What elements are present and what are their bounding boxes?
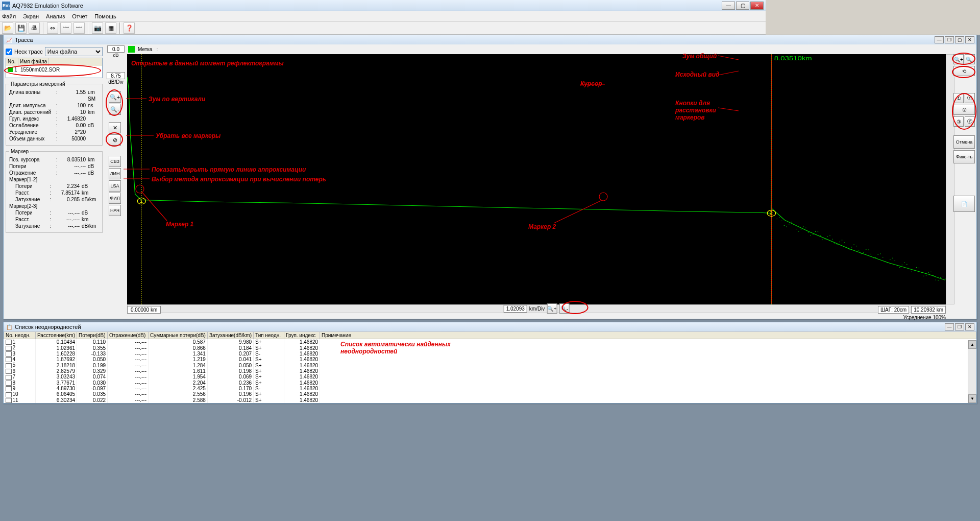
eh-dist[interactable]: Расстояние(km) — [36, 332, 77, 339]
event-row[interactable]: 94.89730-0.097---.---2.4250.170S-1.46820 — [4, 386, 766, 391]
event-row[interactable]: 116.302340.022---.---2.588-0.012S+1.4682… — [4, 397, 766, 403]
trace-panel: 📈 Трасса — ❐ ▢ ✕ Неск трасс Имя файла No… — [3, 35, 766, 319]
m23-att-v: ---.--- — [54, 223, 80, 229]
marker-mode-button[interactable]: ✕ — [109, 122, 121, 133]
marker-group: Маркер Поз. курсора:8.03510km Потери:---… — [6, 149, 103, 233]
m23-loss-k: Потери — [9, 209, 50, 216]
menu-screen[interactable]: Экран — [23, 13, 39, 19]
event-row[interactable]: 10.104340.110---.---0.5879.980S+1.46820 — [4, 339, 766, 345]
event-row[interactable]: 41.876920.050---.---1.2190.041S+1.46820 — [4, 357, 766, 362]
lin-button[interactable]: ЛИН — [109, 168, 121, 179]
event-row[interactable]: 52.182180.199---.---1.2840.050S+1.46820 — [4, 362, 766, 368]
y-scale-value[interactable]: 8.75 — [107, 72, 125, 79]
trace-file-row[interactable]: 1 1550nm002.SOR — [6, 66, 102, 73]
p-range-v: 10 — [60, 109, 86, 115]
p-pulse-u: ns — [86, 102, 99, 109]
eh-no[interactable]: No. неодн. — [4, 332, 36, 339]
p-gi-k: Груп. индекс — [9, 115, 56, 122]
menu-report[interactable]: Отчет — [72, 13, 87, 19]
m-12-label: Маркер[1-2] — [9, 176, 56, 183]
x-scale-unit: km/Div — [529, 306, 545, 312]
tb-save-icon[interactable]: 💾 — [15, 22, 27, 34]
zoom-out-h-button[interactable]: 🔍- — [559, 303, 569, 314]
m-cursor-k: Поз. курсора — [9, 156, 56, 163]
eh-type[interactable]: Тип неодн. — [254, 332, 284, 339]
menu-help[interactable]: Помощь — [94, 13, 116, 19]
multi-trace-checkbox[interactable] — [6, 49, 12, 55]
trace-no: 1 — [14, 67, 20, 73]
close-button[interactable]: ✕ — [750, 2, 764, 10]
tb-separator — [43, 22, 44, 34]
clear-markers-button[interactable]: ⊘ — [109, 134, 121, 146]
m23-dist-u: km — [80, 216, 99, 223]
zoom-out-v-button[interactable]: 🔍- — [109, 104, 121, 115]
m12-loss-v: 2.234 — [54, 183, 80, 190]
m-refl-k: Отражение — [9, 170, 56, 176]
event-row[interactable]: 62.825790.329---.---1.6110.198S+1.46820 — [4, 368, 766, 374]
zoom-in-v-button[interactable]: 🔍+ — [109, 91, 121, 103]
menu-bar: Файл Экран Анализ Отчет Помощь — [0, 11, 766, 21]
tb-wave1-icon[interactable]: 〰 — [60, 22, 71, 34]
m-loss-k: Потери — [9, 163, 56, 170]
minimize-button[interactable]: — — [722, 2, 735, 10]
left-sidebar: Неск трасс Имя файла No.Имя файла 1 1550… — [4, 44, 105, 319]
maximize-button[interactable]: ▢ — [736, 2, 749, 10]
m-refl-u: dB — [86, 170, 99, 176]
p-wavelength-u: um SM — [86, 89, 99, 102]
trace-filename: 1550nm002.SOR — [20, 67, 60, 73]
app-title: AQ7932 Emulation Software — [12, 3, 722, 9]
trace-panel-title: 📈 Трасса — ❐ ▢ ✕ — [4, 35, 766, 44]
eh-att[interactable]: Затухание(dB/km) — [207, 332, 253, 339]
menu-analysis[interactable]: Анализ — [46, 13, 65, 19]
svz-button[interactable]: СВЗ — [109, 156, 121, 167]
tb-open-icon[interactable]: 📂 — [2, 22, 13, 34]
y-offset-value[interactable]: 0.0 — [107, 45, 125, 53]
event-row[interactable]: 83.776710.030---.---2.2040.236S+1.46820 — [4, 380, 766, 386]
p-avg-k: Усреднение — [9, 129, 56, 135]
menu-file[interactable]: Файл — [2, 13, 16, 19]
eh-loss[interactable]: Потери(dB) — [77, 332, 108, 339]
tb-arrows-icon[interactable]: ⇔ — [47, 22, 58, 34]
event-panel-label: Список неоднородностей — [15, 324, 81, 330]
tb-snap-icon[interactable]: 📷 — [92, 22, 103, 34]
params-legend: Параметры измерений — [9, 81, 67, 87]
event-row[interactable]: 73.032430.074---.---1.9540.069S+1.46820 — [4, 374, 766, 380]
p-gi-u — [86, 115, 99, 122]
event-row[interactable]: 31.60228-0.133---.---1.3410.207S-1.46820 — [4, 351, 766, 357]
m23-loss-u: dB — [80, 209, 99, 216]
nach-button[interactable]: НАЧ — [109, 205, 121, 216]
y-offset-unit: dB — [105, 53, 127, 58]
p-att-u: dB — [86, 122, 99, 129]
tb-help-icon[interactable]: ❓ — [124, 22, 135, 34]
eh-cum[interactable]: Суммарные потери(dB) — [149, 332, 208, 339]
zoom-in-h-button[interactable]: 🔍+ — [547, 303, 557, 314]
m12-dist-u: km — [80, 190, 99, 196]
tb-print-icon[interactable]: 🖶 — [29, 22, 40, 34]
p-wavelength-k: Длина волны — [9, 89, 56, 102]
m23-att-k: Затухание — [9, 223, 50, 229]
svg-text:1: 1 — [139, 198, 143, 203]
p-att-k: Ослабление — [9, 122, 56, 129]
trace-file-list[interactable]: No.Имя файла 1 1550nm002.SOR — [6, 58, 103, 78]
lsa-button[interactable]: LSA — [109, 180, 121, 192]
m12-dist-k: Расст. — [9, 190, 50, 196]
eh-refl[interactable]: Отражение(dB) — [108, 332, 149, 339]
event-panel-icon: 📋 — [6, 323, 13, 330]
event-row[interactable]: 106.064050.035---.---2.5560.196S+1.46820 — [4, 391, 766, 397]
filename-mode-select[interactable]: Имя файла — [45, 47, 103, 56]
fil-button[interactable]: ФИЛ — [109, 193, 121, 204]
eh-gi[interactable]: Груп. индекс — [284, 332, 320, 339]
eh-note[interactable]: Примечание — [320, 332, 766, 339]
trace-panel-icon: 📈 — [6, 36, 13, 43]
app-titlebar: Em AQ7932 Emulation Software — ▢ ✕ — [0, 0, 766, 11]
event-list-panel: 📋 Список неоднородностей — ❐ ✕ No. неодн… — [3, 322, 766, 404]
trace-panel-label: Трасса — [15, 37, 33, 43]
event-row[interactable]: 21.023610.355---.---0.8660.184S+1.46820 — [4, 345, 766, 350]
event-table[interactable]: No. неодн. Расстояние(km) Потери(dB) Отр… — [4, 331, 766, 403]
label-bar: Метка : — [127, 44, 766, 54]
p-range-u: km — [86, 109, 99, 115]
tb-wave2-icon[interactable]: 〰 — [74, 22, 85, 34]
tb-grid-icon[interactable]: ▦ — [105, 22, 116, 34]
otdr-graph[interactable]: 8.03510km12 — [127, 54, 766, 304]
trace-color-icon — [128, 46, 135, 53]
